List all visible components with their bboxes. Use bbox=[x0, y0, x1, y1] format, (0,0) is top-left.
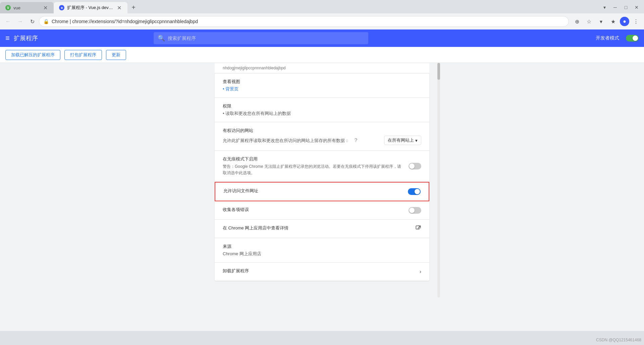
dropdown-value: 在所有网站上 bbox=[388, 137, 414, 143]
site-access-dropdown[interactable]: 在所有网站上 ▾ bbox=[384, 136, 421, 145]
ext-id-row: nhdogjmejiglipccpnnnanhbledajbpd bbox=[215, 63, 429, 73]
ext-detail-card: 查看视图 背景页 权限 读取和更改您在所有网站上的数据 有权访问的网站 bbox=[215, 73, 429, 281]
watermark: CSDN @QQ1215461468 bbox=[596, 338, 641, 342]
tab-devtools-close[interactable]: ✕ bbox=[116, 5, 122, 11]
site-access-row: 允许此扩展程序读取和更改您在所访问的网站上留存的所有数据： ？ 在所有网站上 ▾ bbox=[223, 136, 421, 145]
tab-vue-close[interactable]: ✕ bbox=[42, 5, 48, 11]
permissions-text: 读取和更改您在所有网站上的数据 bbox=[223, 111, 291, 116]
permissions-label: 权限 bbox=[223, 103, 421, 109]
file-access-section: 允许访问文件网址 bbox=[215, 182, 429, 201]
search-box[interactable]: 🔍 bbox=[154, 32, 368, 44]
load-unpacked-button[interactable]: 加载已解压的扩展程序 bbox=[5, 50, 60, 60]
tab-search-button[interactable]: ▾ bbox=[600, 3, 609, 12]
file-access-toggle[interactable] bbox=[408, 188, 421, 195]
store-row: 在 Chrome 网上应用店中查看详情 bbox=[223, 225, 421, 232]
browser-frame: V vue ✕ ★ 扩展程序 - Vue.js devtools ✕ + ▾ ─… bbox=[0, 0, 644, 345]
errors-label: 收集各项错误 bbox=[223, 207, 249, 213]
tab-devtools-favicon: ★ bbox=[59, 5, 64, 10]
ext-id-text: nhdogjmejiglipccpnnnanhbledajbpd bbox=[223, 66, 285, 70]
menu-icon[interactable]: ⋮ bbox=[631, 16, 641, 27]
cast-icon[interactable]: ⊕ bbox=[572, 16, 582, 27]
forward-button[interactable]: → bbox=[15, 16, 25, 27]
incognito-description: 警告：Google Chrome 无法阻止扩展程序记录您的浏览活动。若要在无痕模… bbox=[223, 163, 403, 176]
errors-section: 收集各项错误 bbox=[215, 201, 429, 220]
update-button[interactable]: 更新 bbox=[106, 50, 126, 60]
pack-extension-button[interactable]: 打包扩展程序 bbox=[64, 50, 102, 60]
file-access-label: 允许访问文件网址 bbox=[223, 188, 258, 194]
url-text: Chrome | chrome://extensions/?id=nhdogjm… bbox=[52, 19, 565, 24]
search-input[interactable] bbox=[168, 36, 364, 41]
site-access-text: 允许此扩展程序读取和更改您在所访问的网站上留存的所有数据： bbox=[223, 138, 349, 143]
maximize-button[interactable]: □ bbox=[621, 3, 631, 12]
incognito-row: 在无痕模式下启用 警告：Google Chrome 无法阻止扩展程序记录您的浏览… bbox=[223, 156, 421, 176]
tab-right-controls: ▾ ─ □ ✕ bbox=[600, 3, 644, 13]
incognito-left: 在无痕模式下启用 警告：Google Chrome 无法阻止扩展程序记录您的浏览… bbox=[223, 156, 403, 176]
help-icon[interactable]: ？ bbox=[353, 137, 359, 143]
refresh-button[interactable]: ↻ bbox=[27, 16, 38, 27]
errors-row: 收集各项错误 bbox=[223, 207, 421, 214]
avatar-icon[interactable]: ● bbox=[620, 17, 629, 26]
external-link-icon[interactable] bbox=[415, 225, 421, 232]
incognito-label: 在无痕模式下启用 bbox=[223, 156, 403, 162]
source-label: 来源 bbox=[223, 244, 421, 250]
minimize-button[interactable]: ─ bbox=[610, 3, 620, 12]
profile-icon[interactable]: ▾ bbox=[596, 16, 606, 27]
back-button[interactable]: ← bbox=[3, 16, 13, 27]
ext-manager-title: 扩展程序 bbox=[14, 34, 38, 42]
chevron-right-icon: › bbox=[420, 269, 421, 275]
incognito-section: 在无痕模式下启用 警告：Google Chrome 无法阻止扩展程序记录您的浏览… bbox=[215, 151, 429, 182]
uninstall-section[interactable]: 卸载扩展程序 › bbox=[215, 263, 429, 281]
permissions-section: 权限 读取和更改您在所有网站上的数据 bbox=[215, 98, 429, 122]
secondary-toolbar: 加载已解压的扩展程序 打包扩展程序 更新 bbox=[0, 47, 644, 63]
site-access-section: 有权访问的网站 允许此扩展程序读取和更改您在所访问的网站上留存的所有数据： ？ … bbox=[215, 122, 429, 151]
scrollbar-thumb[interactable] bbox=[437, 63, 440, 80]
uninstall-row: 卸载扩展程序 › bbox=[223, 268, 421, 275]
hamburger-icon: ≡ bbox=[5, 34, 10, 43]
file-access-row: 允许访问文件网址 bbox=[223, 188, 421, 195]
dev-mode-label: 开发者模式 bbox=[596, 35, 619, 41]
lock-icon: 🔒 bbox=[43, 19, 49, 24]
main-content: nhdogjmejiglipccpnnnanhbledajbpd 查看视图 背景… bbox=[0, 63, 644, 331]
toolbar-right: ⊕ ☆ ▾ ★ ● ⋮ bbox=[572, 16, 641, 27]
uninstall-label: 卸载扩展程序 bbox=[223, 268, 249, 274]
address-bar[interactable]: 🔒 Chrome | chrome://extensions/?id=nhdog… bbox=[39, 16, 569, 27]
close-button[interactable]: ✕ bbox=[632, 3, 641, 12]
tab-devtools-title: 扩展程序 - Vue.js devtools bbox=[67, 5, 113, 11]
view-label: 查看视图 bbox=[223, 79, 421, 85]
store-label: 在 Chrome 网上应用店中查看详情 bbox=[223, 225, 288, 231]
new-tab-button[interactable]: + bbox=[129, 3, 138, 12]
tab-devtools[interactable]: ★ 扩展程序 - Vue.js devtools ✕ bbox=[54, 2, 127, 13]
tab-bar: V vue ✕ ★ 扩展程序 - Vue.js devtools ✕ + ▾ ─… bbox=[0, 0, 644, 13]
tab-vue[interactable]: V vue ✕ bbox=[0, 2, 54, 13]
address-toolbar: ← → ↻ 🔒 Chrome | chrome://extensions/?id… bbox=[0, 13, 644, 29]
source-section: 来源 Chrome 网上应用店 bbox=[215, 238, 429, 263]
scrollbar-track[interactable] bbox=[437, 63, 440, 297]
dropdown-chevron-icon: ▾ bbox=[415, 138, 418, 143]
background-page-link[interactable]: 背景页 bbox=[223, 86, 238, 91]
search-icon: 🔍 bbox=[158, 34, 165, 42]
tab-vue-favicon: V bbox=[5, 5, 11, 10]
incognito-toggle[interactable] bbox=[409, 163, 421, 169]
bookmark-icon[interactable]: ☆ bbox=[584, 16, 594, 27]
store-section: 在 Chrome 网上应用店中查看详情 bbox=[215, 220, 429, 238]
site-access-label: 有权访问的网站 bbox=[223, 128, 421, 134]
hamburger-menu[interactable]: ≡ bbox=[5, 34, 10, 43]
view-section: 查看视图 背景页 bbox=[215, 73, 429, 98]
tab-vue-title: vue bbox=[13, 5, 40, 10]
extensions-icon[interactable]: ★ bbox=[608, 16, 619, 27]
source-value: Chrome 网上应用店 bbox=[223, 251, 421, 257]
errors-toggle[interactable] bbox=[409, 207, 421, 214]
ext-manager-header: ≡ 扩展程序 🔍 开发者模式 bbox=[0, 29, 644, 47]
dev-mode-toggle[interactable] bbox=[626, 35, 639, 42]
site-access-description: 允许此扩展程序读取和更改您在所访问的网站上留存的所有数据： ？ bbox=[223, 137, 384, 144]
